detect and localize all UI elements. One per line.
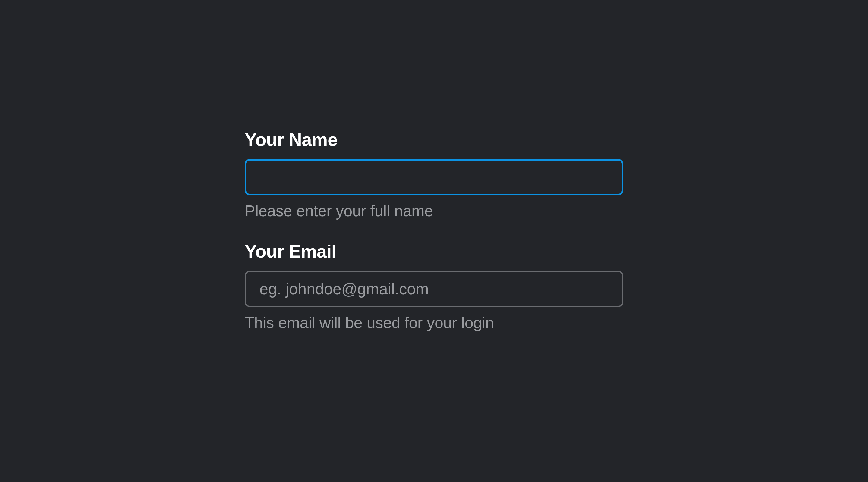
email-help-text: This email will be used for your login [245, 314, 623, 332]
name-label: Your Name [245, 129, 623, 150]
email-input[interactable] [245, 271, 623, 307]
name-input[interactable] [245, 159, 623, 195]
email-label: Your Email [245, 241, 623, 262]
name-field-group: Your Name Please enter your full name [245, 129, 623, 220]
email-field-group: Your Email This email will be used for y… [245, 241, 623, 332]
form-container: Your Name Please enter your full name Yo… [245, 129, 623, 353]
name-help-text: Please enter your full name [245, 202, 623, 220]
